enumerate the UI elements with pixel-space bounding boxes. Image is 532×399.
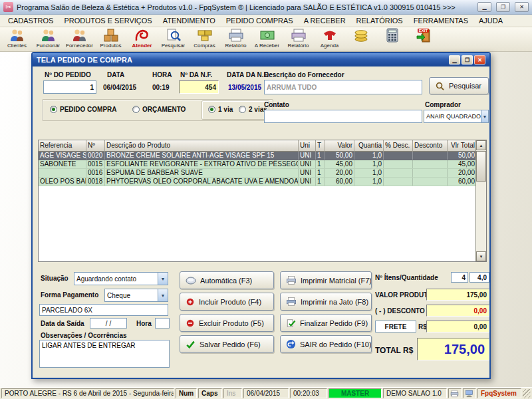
scroll-down-icon[interactable]: ▼: [476, 251, 486, 261]
printer-icon: [286, 297, 297, 307]
toolbar-produtos[interactable]: Produtos: [95, 28, 126, 51]
data-label: DATA: [107, 71, 124, 78]
menu-atendimento[interactable]: ATENDIMENTO: [158, 15, 221, 26]
toolbar-funcionarios[interactable]: Funcionár: [33, 28, 64, 51]
statusbar: PORTO ALEGRE - RS 6 de Abril de 2015 - S…: [0, 387, 532, 399]
pedido-compra-dialog: TELA PEDIDO DE COMPRA ▁ ❐ ✕ Nº DO PEDIDO…: [31, 52, 491, 379]
contato-label: Contato: [264, 101, 289, 108]
sair-pedido-button[interactable]: SAIR do Pedido (F10): [280, 335, 372, 353]
maximize-button[interactable]: ❐: [496, 2, 510, 12]
data-saida-input[interactable]: / /: [90, 318, 127, 329]
status-computer-panel: [463, 388, 476, 398]
fornecedor-input[interactable]: ARRUMA TUDO: [264, 80, 422, 94]
toolbar-relatorio-1[interactable]: Relatório: [220, 28, 251, 51]
status-caps: Caps: [198, 388, 222, 398]
toolbar-calculadora[interactable]: [376, 28, 408, 51]
report-printer-icon: [291, 28, 307, 43]
forma-pagamento-select[interactable]: Cheque ▼: [104, 289, 168, 302]
data-value: 06/04/2015: [103, 84, 136, 91]
fornecedor-label: Descrição do Fornecedor: [264, 71, 344, 78]
incluir-produto-button[interactable]: Incluir Produto (F4): [180, 293, 274, 311]
table-row[interactable]: ÓLEO PÓS BAN 0018 PHYTOERVAS OLEO CORPOR…: [39, 178, 486, 186]
hora-value: 00:19: [152, 84, 170, 91]
phone-icon: [322, 28, 338, 43]
main-titlebar: ✂ Programa Salão de Beleza & Estética + …: [0, 0, 532, 15]
close-button[interactable]: ✕: [515, 2, 529, 12]
chevron-down-icon: ▼: [158, 273, 168, 285]
status-printer-panel: [448, 388, 462, 398]
forma-pagamento-label: Forma Pagamento: [41, 291, 98, 299]
radio-orcamento[interactable]: ORÇAMENTO: [132, 106, 186, 113]
observacoes-label: Observações / Ocorrências: [41, 332, 127, 339]
employees-icon: [41, 28, 57, 43]
window-title: Programa Salão de Beleza & Estética + Pr…: [17, 3, 473, 11]
salvar-pedido-button[interactable]: Salvar Pedido (F6): [180, 335, 274, 353]
imprimir-matricial-button[interactable]: Imprimir Matricial (F7): [280, 271, 372, 289]
data-nf-value: 13/05/2015: [228, 84, 261, 91]
toolbar-pesquisar[interactable]: Pesquisar: [158, 28, 189, 51]
radio-2-vias[interactable]: 2 vias: [239, 106, 267, 113]
status-location: PORTO ALEGRE - RS 6 de Abril de 2015 - S…: [1, 388, 174, 398]
menu-ajuda[interactable]: AJUDA: [473, 15, 508, 26]
toolbar-fornecedores[interactable]: Fornecedor: [64, 28, 95, 51]
nf-label: Nº DA N.F.: [180, 71, 212, 78]
chevron-down-icon: ▼: [158, 289, 168, 301]
status-brand: FpqSystem: [477, 388, 521, 398]
situacao-select[interactable]: Aguardando contato ▼: [74, 272, 168, 285]
menu-pedido-compras[interactable]: PEDIDO COMPRAS: [221, 15, 299, 26]
valor-produtos-value: 175,00: [426, 289, 489, 301]
scrollbar-thumb[interactable]: [476, 151, 486, 182]
frete-input[interactable]: FRETE: [375, 321, 416, 332]
report-printer-icon: [228, 28, 244, 43]
app-icon: ✂: [3, 2, 13, 12]
pesquisar-button[interactable]: Pesquisar: [429, 77, 489, 94]
radio-1-via[interactable]: 1 via: [208, 106, 233, 113]
observacoes-textarea[interactable]: LIGAR ANTES DE ENTREGAR: [39, 340, 170, 368]
toolbar-compras[interactable]: Compras: [189, 28, 220, 51]
menubar: CADASTROS PRODUTOS E SERVIÇOS ATENDIMENT…: [0, 15, 532, 27]
menu-a-receber[interactable]: A RECEBER: [299, 15, 351, 26]
dialog-titlebar: TELA PEDIDO DE COMPRA ▁ ❐ ✕: [33, 53, 489, 66]
products-icon: [103, 28, 119, 43]
toolbar-atender[interactable]: Atender: [126, 28, 158, 51]
quantidade-value: 4,0: [469, 272, 489, 283]
dialog-close-button[interactable]: ✕: [474, 55, 485, 65]
resize-grip[interactable]: [523, 389, 531, 398]
excluir-produto-button[interactable]: Excluir Produto (F5): [180, 314, 274, 332]
table-row[interactable]: SABONETE 0015 ESFOLIANTE REVIGORANTE - E…: [39, 160, 486, 169]
toolbar-sair[interactable]: EXIT: [408, 28, 439, 51]
scroll-up-icon[interactable]: ▲: [476, 140, 486, 150]
table-row[interactable]: 0016 ESPUMA DE BARBEAR SUAVE UNI 1 20,00…: [39, 169, 486, 178]
toolbar-clientes[interactable]: Clientes: [1, 28, 33, 51]
toolbar-relatorio-2[interactable]: Relatório: [283, 28, 314, 51]
total-value: 175,00: [417, 338, 489, 360]
toolbar-moedas[interactable]: [345, 28, 376, 51]
printer-icon: [286, 275, 297, 285]
toolbar-a-receber[interactable]: A Receber: [251, 28, 283, 51]
hora-saida-input[interactable]: [155, 318, 170, 329]
menu-cadastros[interactable]: CADASTROS: [3, 15, 59, 26]
desconto-value: 0,00: [426, 305, 489, 317]
printer-icon: [450, 390, 459, 398]
table-vertical-scrollbar[interactable]: ▲ ▼: [475, 140, 486, 261]
radio-pedido-compra[interactable]: PEDIDO COMPRA: [50, 106, 117, 113]
situacao-label: Situação: [41, 275, 68, 282]
itens-label: Nº Ítens/Quantidade: [375, 274, 438, 281]
minimize-button[interactable]: ▁: [477, 2, 491, 12]
coins-icon: [353, 28, 369, 43]
imprimir-jato-button[interactable]: Imprimir na Jato (F8): [280, 293, 372, 311]
finalizar-pedido-button[interactable]: Finalizar Pedido (F9): [280, 314, 372, 332]
automatica-button[interactable]: Automática (F3): [180, 271, 274, 289]
menu-relatorios[interactable]: RELATÓRIOS: [351, 15, 408, 26]
pedido-input[interactable]: 1: [43, 80, 96, 94]
dialog-minimize-button[interactable]: ▁: [449, 55, 460, 65]
menu-ferramentas[interactable]: FERRAMENTAS: [408, 15, 473, 26]
menu-produtos-servicos[interactable]: PRODUTOS E SERVIÇOS: [59, 15, 157, 26]
table-row[interactable]: AGE VISAGE SP 0020 BRONZE CREME SOLAIRE …: [39, 152, 486, 160]
nf-input[interactable]: 454: [179, 80, 219, 94]
comprador-select[interactable]: ANAIR QUADRADO ▼: [424, 110, 489, 123]
dialog-maximize-button[interactable]: ❐: [462, 55, 473, 65]
contato-input[interactable]: [264, 110, 422, 123]
toolbar-agenda[interactable]: Agenda: [314, 28, 345, 51]
parcelamento-input[interactable]: PARCELADO 6X: [39, 304, 168, 316]
